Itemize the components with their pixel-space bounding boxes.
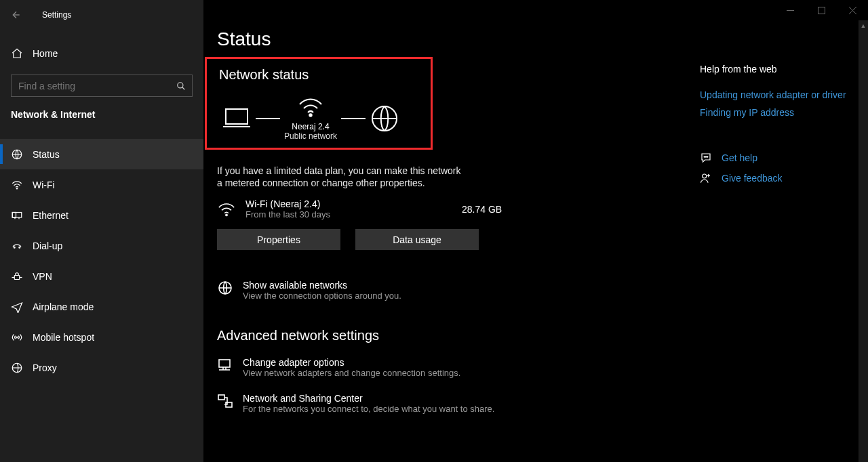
back-button[interactable] bbox=[9, 8, 23, 22]
give-feedback-label: Give feedback bbox=[722, 173, 783, 184]
airplane-icon bbox=[11, 301, 23, 313]
main: Status Network status Neeraj 2.4 Public … bbox=[203, 0, 868, 462]
sidebar-item-vpn[interactable]: VPN bbox=[0, 261, 203, 291]
sidebar-item-label: Mobile hotspot bbox=[33, 332, 94, 343]
globe-icon bbox=[217, 280, 233, 301]
help-heading: Help from the web bbox=[700, 64, 868, 75]
svg-rect-7 bbox=[14, 275, 20, 279]
svg-point-19 bbox=[705, 156, 706, 157]
adapter-options-link[interactable]: Change adapter options View network adap… bbox=[217, 357, 700, 378]
svg-point-12 bbox=[309, 114, 311, 116]
get-help-label: Get help bbox=[722, 152, 757, 163]
help-panel: Help from the web Updating network adapt… bbox=[700, 0, 868, 462]
feedback-icon bbox=[700, 172, 712, 184]
show-networks-sub: View the connection options around you. bbox=[243, 291, 401, 301]
sidebar-item-label: Wi-Fi bbox=[33, 180, 55, 190]
sidebar-home[interactable]: Home bbox=[0, 41, 203, 66]
usage-row: Wi-Fi (Neeraj 2.4) From the last 30 days… bbox=[217, 198, 700, 219]
data-usage-button[interactable]: Data usage bbox=[355, 229, 479, 250]
globe-icon bbox=[370, 104, 399, 133]
sidebar-item-dialup[interactable]: Dial-up bbox=[0, 230, 203, 261]
network-status-heading: Network status bbox=[219, 67, 431, 83]
button-row: Properties Data usage bbox=[217, 229, 700, 250]
svg-point-21 bbox=[707, 156, 708, 157]
search-input[interactable] bbox=[11, 75, 193, 97]
sidebar-item-label: Proxy bbox=[33, 362, 57, 373]
home-icon bbox=[11, 47, 23, 60]
sidebar-item-wifi[interactable]: Wi-Fi bbox=[0, 169, 203, 200]
network-diagram: Neeraj 2.4 Public network bbox=[222, 96, 431, 141]
show-networks-link[interactable]: Show available networks View the connect… bbox=[217, 280, 700, 301]
maximize-button[interactable] bbox=[806, 0, 837, 20]
help-icon bbox=[700, 152, 712, 164]
svg-point-20 bbox=[704, 156, 705, 157]
svg-point-22 bbox=[703, 174, 707, 178]
wifi-icon bbox=[11, 179, 23, 191]
usage-period: From the last 30 days bbox=[245, 209, 330, 219]
sidebar-home-label: Home bbox=[33, 48, 58, 59]
svg-rect-4 bbox=[12, 212, 16, 217]
sidebar-item-hotspot[interactable]: Mobile hotspot bbox=[0, 322, 203, 352]
get-help-link[interactable]: Get help bbox=[700, 152, 868, 164]
advanced-settings-heading: Advanced network settings bbox=[217, 328, 700, 343]
sidebar-item-proxy[interactable]: Proxy bbox=[0, 352, 203, 383]
sharing-center-title: Network and Sharing Center bbox=[243, 393, 494, 404]
close-button[interactable] bbox=[837, 0, 868, 20]
sidebar: Settings Home Network & Internet Status … bbox=[0, 0, 203, 462]
wifi-icon bbox=[297, 96, 324, 118]
sidebar-item-label: Ethernet bbox=[33, 210, 68, 221]
sidebar-item-label: Airplane mode bbox=[33, 301, 94, 312]
network-status-highlight: Network status Neeraj 2.4 Public network bbox=[205, 57, 433, 150]
adapter-icon bbox=[217, 357, 233, 378]
sharing-center-link[interactable]: Network and Sharing Center For the netwo… bbox=[217, 393, 700, 414]
usage-adapter: Wi-Fi (Neeraj 2.4) bbox=[245, 198, 330, 209]
svg-point-14 bbox=[226, 214, 227, 215]
sidebar-nav: Status Wi-Fi Ethernet Dial-up VPN bbox=[0, 139, 203, 383]
minimize-button[interactable] bbox=[774, 0, 806, 20]
show-networks-title: Show available networks bbox=[243, 280, 401, 291]
scroll-up-icon[interactable]: ▲ bbox=[859, 20, 868, 31]
sidebar-item-status[interactable]: Status bbox=[0, 139, 203, 169]
sidebar-item-airplane[interactable]: Airplane mode bbox=[0, 291, 203, 322]
properties-button[interactable]: Properties bbox=[217, 229, 340, 250]
sidebar-item-label: VPN bbox=[33, 271, 52, 282]
help-link-ip[interactable]: Finding my IP address bbox=[700, 107, 868, 118]
content: Status Network status Neeraj 2.4 Public … bbox=[203, 0, 700, 462]
status-icon bbox=[11, 148, 23, 161]
svg-rect-11 bbox=[226, 109, 248, 124]
hotspot-icon bbox=[11, 331, 23, 343]
svg-point-6 bbox=[19, 247, 20, 248]
titlebar-controls bbox=[774, 0, 868, 20]
adapter-options-sub: View network adapters and change connect… bbox=[243, 368, 460, 378]
adapter-options-title: Change adapter options bbox=[243, 357, 460, 368]
sidebar-item-ethernet[interactable]: Ethernet bbox=[0, 200, 203, 230]
page-title: Status bbox=[217, 28, 700, 50]
svg-point-2 bbox=[16, 188, 18, 189]
svg-point-5 bbox=[14, 247, 15, 248]
diagram-center: Neeraj 2.4 Public network bbox=[284, 96, 337, 141]
network-ssid: Neeraj 2.4 bbox=[292, 122, 329, 131]
svg-rect-17 bbox=[218, 395, 224, 400]
svg-point-8 bbox=[16, 337, 18, 338]
search-icon bbox=[176, 81, 186, 91]
proxy-icon bbox=[11, 362, 23, 374]
sidebar-item-label: Status bbox=[33, 149, 60, 160]
network-profile: Public network bbox=[284, 131, 337, 141]
vertical-scrollbar[interactable]: ▲ bbox=[859, 20, 868, 462]
svg-rect-3 bbox=[12, 212, 22, 217]
svg-rect-10 bbox=[818, 7, 825, 14]
give-feedback-link[interactable]: Give feedback bbox=[700, 172, 868, 184]
dialup-icon bbox=[11, 240, 23, 252]
app-title: Settings bbox=[42, 10, 71, 20]
sidebar-category: Network & Internet bbox=[0, 97, 203, 127]
usage-info: Wi-Fi (Neeraj 2.4) From the last 30 days bbox=[245, 198, 330, 219]
help-link-adapter[interactable]: Updating network adapter or driver bbox=[700, 89, 868, 100]
svg-point-0 bbox=[178, 82, 183, 87]
laptop-icon bbox=[222, 106, 252, 131]
usage-amount: 28.74 GB bbox=[462, 204, 502, 215]
diagram-connector bbox=[256, 118, 280, 119]
sharing-center-sub: For the networks you connect to, decide … bbox=[243, 404, 494, 414]
sharing-icon bbox=[217, 393, 233, 414]
limited-plan-text: If you have a limited data plan, you can… bbox=[217, 165, 468, 189]
svg-rect-16 bbox=[219, 360, 230, 367]
